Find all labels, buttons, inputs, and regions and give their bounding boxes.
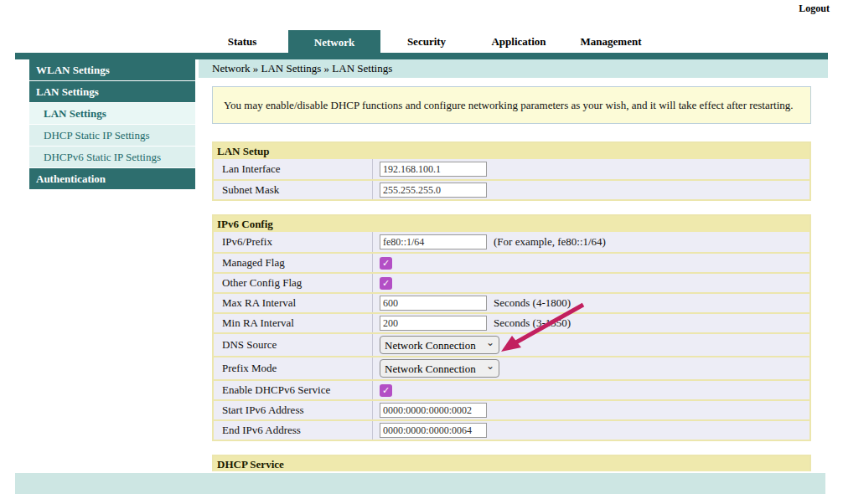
- table-row: Enable DHCPv6 Service ✓: [214, 379, 809, 399]
- table-row: DNS Source Network Connection ⌄: [214, 332, 809, 356]
- prefix-mode-label: Prefix Mode: [214, 357, 373, 379]
- tab-status[interactable]: Status: [196, 30, 288, 54]
- tab-management[interactable]: Management: [565, 30, 657, 54]
- notice-box: You may enable/disable DHCP functions an…: [212, 86, 811, 124]
- min-ra-interval-label: Min RA Interval: [214, 314, 373, 332]
- table-row: Subnet Mask: [214, 179, 809, 199]
- start-ipv6-address-label: Start IPv6 Address: [214, 401, 373, 419]
- dhcp-service-section-title: DHCP Service: [212, 455, 811, 471]
- managed-flag-checkbox[interactable]: ✓: [380, 257, 392, 270]
- main-content: You may enable/disable DHCP functions an…: [212, 86, 811, 471]
- other-config-flag-checkbox[interactable]: ✓: [380, 277, 392, 290]
- sidebar: WLAN Settings LAN Settings LAN Settings …: [29, 59, 195, 190]
- max-ra-interval-input[interactable]: [380, 296, 487, 311]
- start-ipv6-address-input[interactable]: [380, 403, 487, 418]
- table-row: Max RA Interval Seconds (4-1800): [214, 292, 809, 312]
- ipv6-prefix-label: IPv6/Prefix: [214, 232, 373, 252]
- sidebar-item-wlan-settings[interactable]: WLAN Settings: [29, 59, 195, 80]
- ipv6-config-table: IPv6 Config IPv6/Prefix (For example, fe…: [212, 214, 811, 441]
- min-ra-interval-input[interactable]: [380, 316, 487, 331]
- enable-dhcpv6-checkbox[interactable]: ✓: [380, 384, 392, 397]
- sidebar-item-dhcp-static-ip[interactable]: DHCP Static IP Settings: [29, 125, 195, 146]
- other-config-flag-label: Other Config Flag: [214, 274, 373, 292]
- sidebar-item-lan-settings[interactable]: LAN Settings: [29, 103, 195, 124]
- prefix-mode-select[interactable]: Network Connection: [380, 359, 499, 378]
- checkmark-icon: ✓: [382, 385, 390, 396]
- table-row: IPv6/Prefix (For example, fe80::1/64): [214, 232, 809, 252]
- dns-source-label: DNS Source: [214, 334, 373, 356]
- checkmark-icon: ✓: [382, 258, 390, 269]
- ipv6-config-section-title: IPv6 Config: [214, 216, 809, 232]
- tab-network[interactable]: Network: [288, 30, 380, 59]
- sidebar-item-dhcpv6-static-ip[interactable]: DHCPv6 Static IP Settings: [29, 147, 195, 167]
- breadcrumb: Network » LAN Settings » LAN Settings: [199, 59, 828, 78]
- end-ipv6-address-label: End IPv6 Address: [214, 421, 373, 440]
- tab-application[interactable]: Application: [473, 30, 565, 54]
- max-ra-interval-note: Seconds (4-1800): [494, 296, 571, 310]
- logout-link[interactable]: Logout: [799, 3, 830, 15]
- min-ra-interval-note: Seconds (3-1350): [494, 316, 571, 330]
- subnet-mask-input[interactable]: [380, 183, 487, 198]
- table-row: Start IPv6 Address: [214, 399, 809, 419]
- table-row: Managed Flag ✓: [214, 252, 809, 272]
- table-row: Prefix Mode Network Connection ⌄: [214, 356, 809, 379]
- table-row: End IPv6 Address: [214, 419, 809, 440]
- tab-security[interactable]: Security: [380, 30, 473, 54]
- ipv6-prefix-note: (For example, fe80::1/64): [494, 235, 606, 249]
- sidebar-item-authentication[interactable]: Authentication: [29, 168, 195, 189]
- managed-flag-label: Managed Flag: [214, 254, 373, 272]
- router-admin-page: Logout Status Network Security Applicati…: [0, 0, 843, 504]
- subnet-mask-label: Subnet Mask: [214, 181, 373, 199]
- enable-dhcpv6-label: Enable DHCPv6 Service: [214, 381, 373, 399]
- table-row: Min RA Interval Seconds (3-1350): [214, 312, 809, 332]
- table-row: Other Config Flag ✓: [214, 272, 809, 292]
- max-ra-interval-label: Max RA Interval: [214, 294, 373, 312]
- lan-setup-table: LAN Setup Lan Interface Subnet Mask: [212, 141, 811, 201]
- lan-interface-input[interactable]: [380, 162, 487, 177]
- main-tab-bar: Status Network Security Application Mana…: [196, 30, 657, 59]
- sidebar-item-lan-settings-group[interactable]: LAN Settings: [29, 81, 195, 102]
- dns-source-select[interactable]: Network Connection: [380, 336, 499, 354]
- ipv6-prefix-input[interactable]: [380, 234, 487, 249]
- checkmark-icon: ✓: [382, 278, 390, 289]
- table-row: Lan Interface: [214, 159, 809, 179]
- lan-interface-label: Lan Interface: [214, 159, 373, 179]
- lan-setup-section-title: LAN Setup: [214, 143, 809, 159]
- end-ipv6-address-input[interactable]: [380, 423, 487, 438]
- footer-strip: [15, 473, 825, 494]
